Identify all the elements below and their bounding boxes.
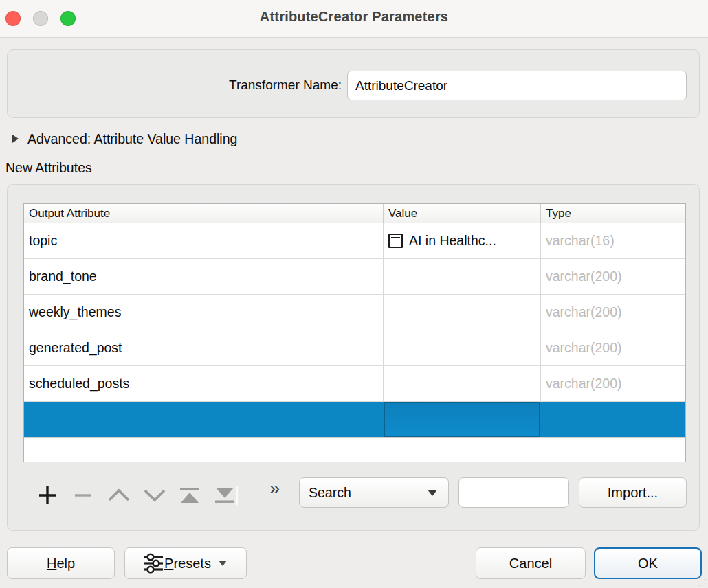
cell-output-attribute[interactable]: brand_tone [24,259,384,294]
transformer-name-input[interactable] [347,71,687,100]
toolbar-overflow-chevron[interactable]: » [269,478,280,499]
advanced-label: Advanced: Attribute Value Handling [27,131,237,147]
search-dropdown[interactable]: Search [299,477,449,508]
table-row-weekly-themes[interactable]: weekly_themes varchar(200) [24,295,685,330]
cell-type[interactable] [541,402,685,437]
advanced-disclosure[interactable]: Advanced: Attribute Value Handling [12,130,237,148]
cell-value-focused[interactable] [384,402,541,437]
sliders-icon [144,553,163,574]
resize-grip[interactable] [698,578,706,586]
cell-output-attribute[interactable]: generated_post [24,330,384,365]
table-header-row: Output Attribute Value Type [24,204,685,223]
table-row-brand-tone[interactable]: brand_tone varchar(200) [24,259,685,295]
cancel-button[interactable]: Cancel [476,547,586,579]
cell-output-attribute[interactable]: scheduled_posts [24,366,384,401]
text-editor-icon [388,234,403,248]
table-row-new-selected[interactable] [24,402,685,438]
cell-value[interactable] [384,295,541,330]
cell-value[interactable]: AI in Healthc... [384,223,541,258]
table-row-topic[interactable]: topic AI in Healthc... varchar(16) [24,223,685,259]
import-button[interactable]: Import... [579,477,687,508]
move-row-down-button[interactable] [140,480,170,510]
dropdown-caret-icon [428,490,437,496]
add-row-button[interactable] [32,480,63,510]
cell-type[interactable]: varchar(200) [541,259,685,294]
title-bar: AttributeCreator Parameters [0,0,708,38]
move-row-up-button[interactable] [104,480,134,510]
cell-value[interactable] [384,259,541,294]
table-row-scheduled-posts[interactable]: scheduled_posts varchar(200) [24,366,685,402]
move-row-to-top-button[interactable] [175,480,205,510]
toolbar-separator [236,486,238,505]
presets-button[interactable]: Presets [124,547,247,579]
filter-input[interactable] [458,477,569,508]
help-button[interactable]: Help [7,547,115,579]
cell-type[interactable]: varchar(200) [541,330,685,365]
presets-button-label: Presets [164,556,211,572]
cell-value-text: AI in Healthc... [409,223,496,258]
chevron-up-icon [107,488,131,503]
cell-value[interactable] [384,366,541,401]
search-dropdown-value: Search [300,485,351,501]
cell-output-attribute[interactable]: topic [24,223,384,258]
cell-type[interactable]: varchar(200) [541,295,685,330]
minus-icon [73,485,93,506]
column-header-type[interactable]: Type [541,204,685,223]
new-attributes-panel: Output Attribute Value Type topic AI in … [7,184,700,531]
transformer-name-label: Transformer Name: [8,78,342,93]
remove-row-button[interactable] [68,480,98,510]
window-title: AttributeCreator Parameters [0,9,708,25]
cell-value[interactable] [384,330,541,365]
transformer-name-panel: Transformer Name: [7,49,700,118]
attributes-table: Output Attribute Value Type topic AI in … [23,203,686,462]
presets-caret-icon [219,561,227,566]
move-row-to-bottom-button[interactable] [210,480,240,510]
table-row-generated-post[interactable]: generated_post varchar(200) [24,330,685,366]
new-attributes-heading: New Attributes [5,160,92,176]
cell-type[interactable]: varchar(16) [541,223,685,258]
cell-type[interactable]: varchar(200) [541,366,685,401]
ok-button[interactable]: OK [594,547,702,579]
plus-icon [36,484,58,506]
chevron-down-icon [143,488,166,503]
disclosure-triangle-icon[interactable] [12,135,19,143]
triangle-down-bar-icon [214,486,236,504]
help-button-label: Help [47,556,75,572]
column-header-value[interactable]: Value [384,204,541,223]
cell-output-attribute[interactable]: weekly_themes [24,295,384,330]
column-header-output-attribute[interactable]: Output Attribute [24,204,384,223]
triangle-up-bar-icon [179,486,201,504]
cell-output-attribute[interactable] [24,402,384,437]
